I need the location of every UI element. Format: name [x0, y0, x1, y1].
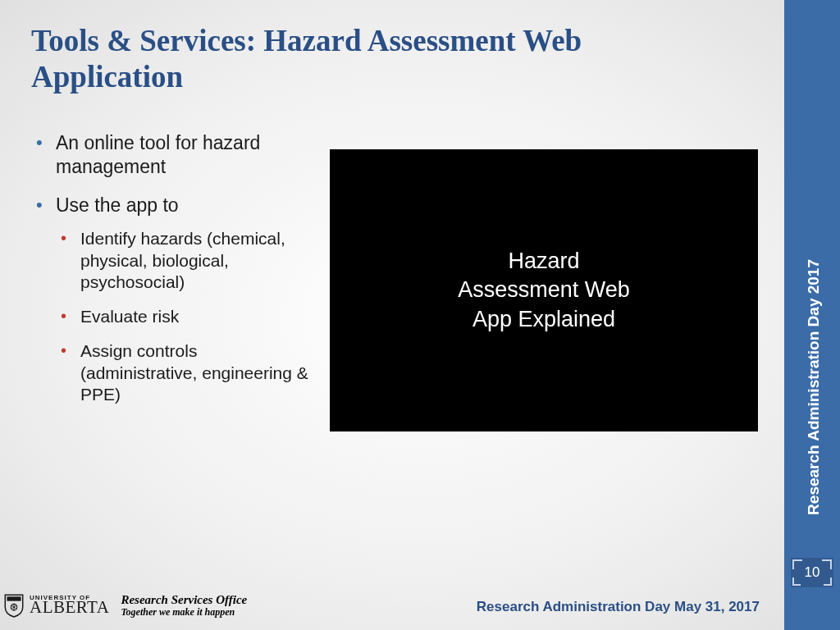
page-number-box: 10 [791, 558, 833, 587]
video-caption: Hazard Assessment Web App Explained [458, 247, 630, 333]
bullet-text: Use the app to [56, 194, 179, 216]
video-placeholder[interactable]: Hazard Assessment Web App Explained [330, 149, 758, 431]
office-tagline: Together we make it happen [121, 607, 247, 618]
bullet-item: An online tool for hazard management [33, 131, 312, 179]
university-name: UNIVERSITY OF ALBERTA [30, 596, 109, 616]
footer-date: Research Administration Day May 31, 2017 [477, 599, 760, 615]
university-logo: UNIVERSITY OF ALBERTA [3, 593, 109, 618]
footer: UNIVERSITY OF ALBERTA Research Services … [0, 581, 784, 630]
shield-icon [3, 593, 25, 618]
sub-bullet-item: Identify hazards (chemical, physical, bi… [57, 228, 312, 293]
slide-title: Tools & Services: Hazard Assessment Web … [31, 23, 704, 96]
sub-bullet-item: Assign controls (administrative, enginee… [57, 340, 312, 405]
content-area: An online tool for hazard management Use… [33, 131, 312, 420]
university-big-text: ALBERTA [30, 600, 109, 615]
sub-bullet-item: Evaluate risk [57, 306, 312, 327]
sidebar-stripe: Research Administration Day 2017 10 [784, 0, 840, 630]
bullet-list: An online tool for hazard management Use… [33, 131, 312, 420]
office-block: Research Services Office Together we mak… [121, 593, 247, 618]
sub-bullet-list: Identify hazards (chemical, physical, bi… [56, 228, 312, 405]
page-number: 10 [805, 564, 820, 581]
sidebar-label: Research Administration Day 2017 [805, 259, 823, 515]
office-title: Research Services Office [121, 593, 247, 607]
bullet-item: Use the app to Identify hazards (chemica… [33, 194, 312, 406]
